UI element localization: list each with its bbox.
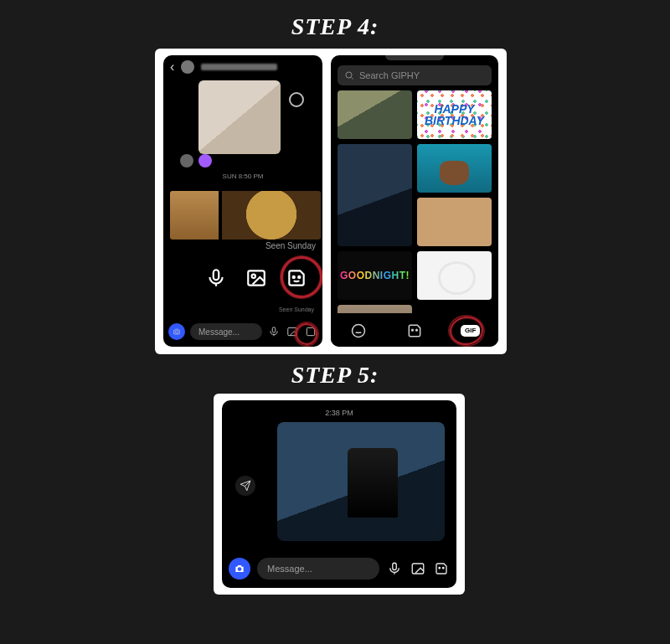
- sticker-icon[interactable]: [284, 265, 309, 291]
- gif-pill-label: GIF: [461, 325, 480, 337]
- mic-icon[interactable]: [386, 560, 403, 577]
- step4-heading: STEP 4:: [0, 13, 670, 40]
- conversation-phone: ‹ SUN 8:50 PM Seen Sunday: [163, 55, 322, 347]
- gif-tile[interactable]: [338, 90, 412, 139]
- reaction-heart-icon[interactable]: [198, 154, 212, 167]
- photo-message[interactable]: [198, 80, 281, 154]
- gif-tile[interactable]: [417, 144, 492, 193]
- gif-tile[interactable]: [338, 305, 412, 313]
- svg-point-4: [293, 276, 295, 278]
- svg-rect-15: [412, 564, 424, 574]
- gif-tile-birthday[interactable]: HAPPY BIRTHDAY: [417, 90, 492, 139]
- step5-heading: STEP 5:: [0, 362, 670, 389]
- camera-icon[interactable]: [168, 323, 185, 340]
- mic-icon-small[interactable]: [267, 325, 281, 338]
- svg-point-10: [353, 325, 365, 337]
- gif-picker-phone: Search GIPHY HAPPY BIRTHDAY GOODNIGHT!: [331, 55, 498, 347]
- birthday-text: HAPPY BIRTHDAY: [417, 90, 492, 139]
- svg-rect-14: [393, 563, 397, 569]
- svg-point-16: [439, 568, 441, 569]
- svg-point-13: [238, 567, 242, 571]
- composer: Message...: [229, 556, 450, 581]
- tab-gif[interactable]: GIF: [460, 320, 482, 342]
- contact-name-blurred: [201, 64, 277, 70]
- message-input[interactable]: Message...: [257, 558, 379, 580]
- gallery-icon[interactable]: [244, 265, 269, 291]
- photo-message-2[interactable]: [170, 191, 321, 240]
- sticker-icon-small[interactable]: [304, 325, 317, 338]
- chat-header: ‹: [163, 55, 322, 79]
- sender-avatar: [180, 154, 193, 167]
- gif-tile[interactable]: [338, 144, 412, 246]
- phone-notch: [385, 55, 444, 60]
- seen-label: Seen Sunday: [265, 241, 316, 250]
- sticker-icon[interactable]: [433, 560, 450, 577]
- step5-phone: 2:38 PM Message...: [222, 400, 456, 588]
- svg-rect-8: [288, 327, 297, 335]
- svg-point-6: [175, 331, 178, 333]
- step4-card: ‹ SUN 8:50 PM Seen Sunday: [155, 49, 507, 354]
- action-row: [163, 258, 322, 298]
- svg-point-12: [416, 329, 418, 331]
- svg-point-3: [252, 275, 255, 278]
- svg-point-17: [443, 568, 445, 569]
- chat-timestamp: SUN 8:50 PM: [163, 173, 322, 180]
- svg-rect-7: [272, 327, 276, 332]
- mini-seen-label: Seen Sunday: [279, 307, 314, 312]
- svg-rect-1: [214, 270, 219, 280]
- share-icon[interactable]: [235, 476, 255, 496]
- message-input[interactable]: Message...: [190, 323, 262, 340]
- goodnight-text: GOODNIGHT!: [340, 270, 410, 281]
- video-icon[interactable]: [302, 59, 316, 75]
- svg-point-11: [412, 329, 414, 331]
- gif-message[interactable]: [277, 422, 445, 541]
- reply-icon[interactable]: [289, 92, 304, 107]
- tab-recent-icon[interactable]: [348, 320, 369, 342]
- svg-rect-0: [304, 63, 311, 69]
- gallery-icon[interactable]: [410, 560, 426, 577]
- back-icon[interactable]: ‹: [170, 59, 174, 75]
- camera-icon[interactable]: [229, 558, 250, 580]
- search-input[interactable]: Search GIPHY: [338, 65, 492, 85]
- gif-grid: HAPPY BIRTHDAY GOODNIGHT!: [338, 90, 492, 313]
- svg-point-9: [346, 72, 352, 78]
- gif-tile-goodnight[interactable]: GOODNIGHT!: [338, 251, 412, 300]
- gif-tile[interactable]: [417, 198, 492, 246]
- picker-tabs: GIF: [331, 315, 498, 347]
- gif-tile[interactable]: [417, 251, 492, 300]
- tab-sticker-icon[interactable]: [404, 320, 425, 342]
- avatar[interactable]: [181, 60, 194, 74]
- step5-card: 2:38 PM Message...: [214, 394, 465, 595]
- mic-icon[interactable]: [204, 265, 229, 291]
- search-placeholder: Search GIPHY: [359, 70, 420, 80]
- chat-timestamp: 2:38 PM: [222, 409, 456, 417]
- call-icon[interactable]: [284, 59, 296, 75]
- gallery-icon-small[interactable]: [286, 325, 299, 338]
- svg-point-5: [298, 276, 300, 278]
- mini-composer: Message...: [168, 322, 317, 342]
